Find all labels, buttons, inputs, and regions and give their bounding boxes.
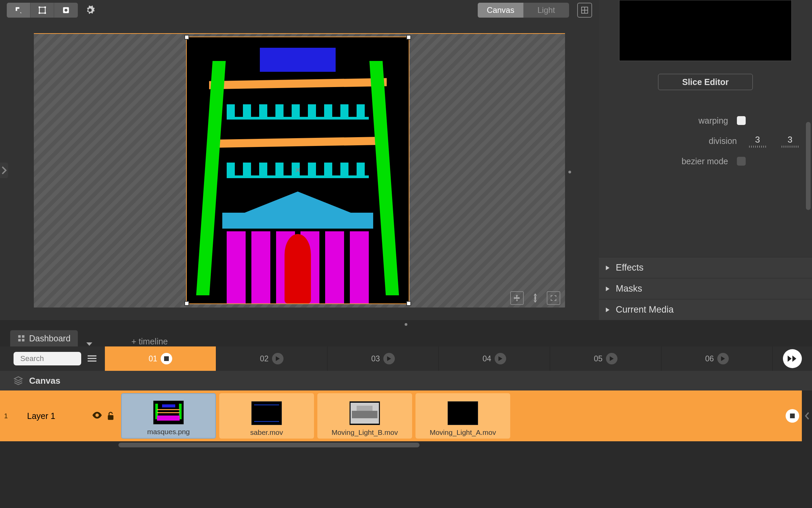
svg-rect-17 <box>88 355 96 356</box>
list-menu-button[interactable] <box>86 353 98 365</box>
column-03[interactable]: 03 <box>328 346 439 371</box>
triangle-right-icon <box>605 286 610 292</box>
warping-label: warping <box>609 116 728 126</box>
layer-name: Layer 1 <box>27 411 55 421</box>
stop-icon <box>161 353 172 364</box>
svg-rect-10 <box>535 296 536 300</box>
layer-index: 1 <box>4 412 8 420</box>
column-05[interactable]: 05 <box>550 346 661 371</box>
effects-accordion[interactable]: Effects <box>599 257 812 278</box>
eye-icon[interactable] <box>92 411 102 419</box>
pan-button[interactable] <box>510 291 524 305</box>
fast-forward-icon <box>788 355 797 362</box>
clip-moving-light-a[interactable]: Moving_Light_A.mov <box>415 393 510 439</box>
layer-row: 1 Layer 1 masques.png saber.mov Moving_L… <box>0 390 812 441</box>
division-x-stepper[interactable]: 3 <box>746 134 769 148</box>
clip-thumbnail <box>448 401 478 425</box>
vertical-arrows-icon <box>532 293 539 303</box>
svg-rect-4 <box>44 13 46 14</box>
timeline-scrollbar[interactable] <box>0 441 812 449</box>
svg-rect-13 <box>18 339 21 341</box>
clip-thumbnail <box>153 401 184 424</box>
masks-accordion[interactable]: Masks <box>599 278 812 299</box>
canvas-row-header[interactable]: Canvas <box>0 371 812 390</box>
play-icon <box>272 353 284 364</box>
fast-forward-button[interactable] <box>783 349 802 368</box>
column-header-row: 01 02 03 04 05 06 <box>105 346 773 371</box>
clip-saber[interactable]: saber.mov <box>219 393 314 439</box>
clip-label: saber.mov <box>250 428 283 437</box>
move-tool-button[interactable] <box>7 3 30 18</box>
resize-handle-tl[interactable] <box>184 35 189 40</box>
viewport-controls <box>510 291 560 305</box>
bounding-box-icon <box>38 6 47 15</box>
left-panel-expand-handle[interactable] <box>0 163 8 178</box>
column-02[interactable]: 02 <box>216 346 328 371</box>
search-input[interactable] <box>20 354 113 363</box>
resize-handle-tr[interactable] <box>406 35 411 40</box>
settings-button[interactable] <box>83 3 97 18</box>
play-icon <box>717 353 729 364</box>
canvas-tab[interactable]: Canvas <box>478 3 523 18</box>
add-timeline-button[interactable]: + timeline <box>131 337 168 346</box>
resize-handle-br[interactable] <box>406 301 411 306</box>
svg-rect-3 <box>39 13 40 14</box>
triangle-right-icon <box>605 265 610 271</box>
scrollbar-thumb[interactable] <box>118 443 420 447</box>
horizontal-splitter[interactable] <box>0 320 812 329</box>
dashboard-tab[interactable]: Dashboard <box>10 330 78 346</box>
tab-menu-caret[interactable] <box>83 342 95 346</box>
svg-rect-20 <box>164 356 169 361</box>
play-icon <box>383 353 395 364</box>
clip-moving-light-b[interactable]: Moving_Light_B.mov <box>317 393 412 439</box>
svg-point-6 <box>65 9 68 12</box>
fullscreen-button[interactable] <box>547 291 560 305</box>
warping-checkbox[interactable] <box>737 116 746 125</box>
chevron-left-icon <box>805 412 809 420</box>
layout-grid-button[interactable] <box>577 3 592 18</box>
grid-icon <box>581 6 588 14</box>
layer-label[interactable]: 1 Layer 1 <box>0 390 118 441</box>
canvas-viewport[interactable]: ✕ <box>34 33 565 308</box>
bezier-mode-checkbox[interactable] <box>737 157 746 166</box>
selection-bounds[interactable]: ✕ <box>186 37 409 304</box>
light-tab[interactable]: Light <box>523 3 569 18</box>
resize-handle-bl[interactable] <box>184 301 189 306</box>
stop-icon <box>790 414 795 418</box>
fullscreen-icon <box>550 294 557 302</box>
bezier-mode-label: bezier mode <box>609 156 728 166</box>
track-stop-button[interactable] <box>786 409 799 423</box>
svg-rect-11 <box>18 335 21 338</box>
chevron-right-icon <box>1 166 7 175</box>
unlock-icon[interactable] <box>107 411 114 420</box>
right-collapse-handle[interactable] <box>802 390 812 441</box>
timeline-panel: 01 02 03 04 05 06 <box>0 346 812 508</box>
current-media-accordion[interactable]: Current Media <box>599 299 812 320</box>
gear-icon <box>85 5 95 15</box>
slice-editor-button[interactable]: Slice Editor <box>658 74 753 90</box>
fit-height-button[interactable] <box>528 291 542 305</box>
clip-masques[interactable]: masques.png <box>121 393 216 439</box>
clip-thumbnail <box>251 401 282 425</box>
mask-tool-button[interactable] <box>54 3 78 18</box>
division-y-stepper[interactable]: 3 <box>778 134 802 148</box>
column-04[interactable]: 04 <box>439 346 550 371</box>
hamburger-icon <box>88 355 96 362</box>
inspector-scrollbar[interactable] <box>806 122 811 210</box>
column-01[interactable]: 01 <box>105 346 216 371</box>
filled-rect-icon <box>62 6 70 15</box>
clip-label: Moving_Light_B.mov <box>332 428 398 437</box>
right-panel-collapse-dot[interactable] <box>568 171 571 173</box>
bottom-tab-bar: Dashboard + timeline <box>0 329 812 346</box>
column-06[interactable]: 06 <box>661 346 773 371</box>
bounds-tool-button[interactable] <box>30 3 54 18</box>
svg-rect-12 <box>22 335 24 338</box>
center-cross-icon: ✕ <box>295 166 301 175</box>
svg-rect-18 <box>88 358 96 359</box>
division-label: division <box>609 136 737 146</box>
svg-rect-14 <box>22 339 24 341</box>
clip-track[interactable]: masques.png saber.mov Moving_Light_B.mov… <box>118 390 802 441</box>
search-box[interactable] <box>14 352 81 365</box>
svg-rect-21 <box>108 415 114 420</box>
timeline-header: 01 02 03 04 05 06 <box>0 346 812 371</box>
